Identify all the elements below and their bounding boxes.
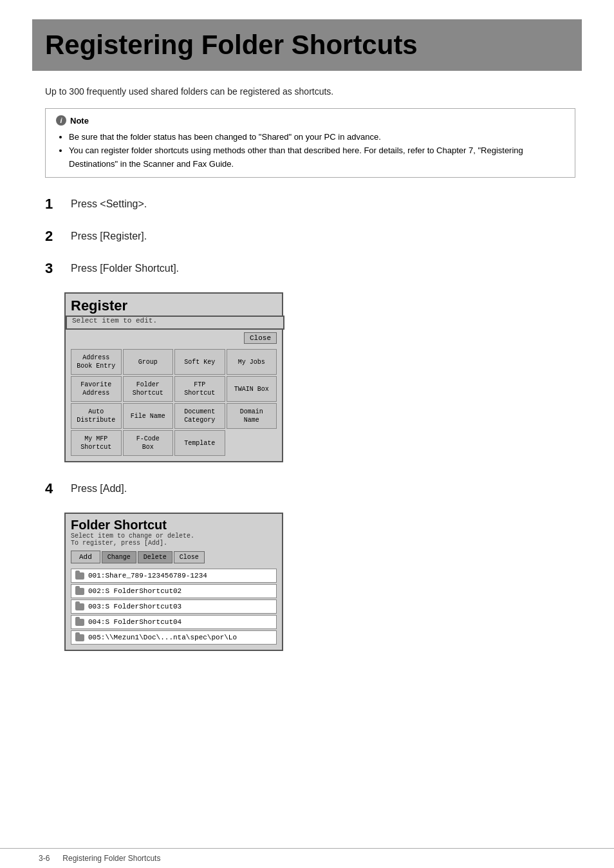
folder-icon-3 <box>75 603 84 610</box>
folder-add-button[interactable]: Add <box>71 551 100 563</box>
step-3: 3 Press [Folder Shortcut]. <box>45 260 575 277</box>
folder-list-item-4[interactable]: 004:S FolderShortcut04 <box>71 615 277 629</box>
register-close-button[interactable]: Close <box>244 332 277 344</box>
footer: 3-6 Registering Folder Shortcuts <box>0 848 614 868</box>
note-item-2: You can register folder shortcuts using … <box>69 144 564 171</box>
folder-item-text-5: 005:\\Mezun1\Doc\...nta\spec\por\Lo <box>88 634 237 641</box>
note-header: i Note <box>56 115 564 126</box>
grid-auto-distribute[interactable]: AutoDistribute <box>71 403 122 429</box>
grid-soft-key[interactable]: Soft Key <box>174 349 225 375</box>
folder-dialog: Folder Shortcut Select item to change or… <box>64 513 283 651</box>
folder-icon-5 <box>75 634 84 641</box>
grid-address-book-entry[interactable]: AddressBook Entry <box>71 349 122 375</box>
note-icon: i <box>56 115 66 126</box>
intro-text: Up to 300 frequently used shared folders… <box>45 86 575 97</box>
folder-delete-button[interactable]: Delete <box>138 551 172 563</box>
grid-my-jobs[interactable]: My Jobs <box>227 349 277 375</box>
folder-dialog-toolbar: Add Change Delete Close <box>66 548 282 566</box>
grid-group[interactable]: Group <box>123 349 174 375</box>
folder-list-item-5[interactable]: 005:\\Mezun1\Doc\...nta\spec\por\Lo <box>71 630 277 645</box>
folder-icon-4 <box>75 619 84 626</box>
folder-list-item-3[interactable]: 003:S FolderShortcut03 <box>71 599 277 614</box>
folder-close-button[interactable]: Close <box>174 551 205 563</box>
footer-page: 3-6 <box>39 854 50 863</box>
grid-ftp-shortcut[interactable]: FTPShortcut <box>174 376 225 402</box>
folder-dialog-title-area: Folder Shortcut Select item to change or… <box>66 514 282 548</box>
folder-item-text-2: 002:S FolderShortcut02 <box>88 587 181 595</box>
folder-list-item-2[interactable]: 002:S FolderShortcut02 <box>71 584 277 598</box>
folder-change-button[interactable]: Change <box>102 551 136 563</box>
step-1-number: 1 <box>45 196 60 212</box>
grid-my-mfp-shortcut[interactable]: My MFPShortcut <box>71 430 122 456</box>
folder-list: 001:Share_789-123456789-1234 002:S Folde… <box>66 566 282 650</box>
step-4-number: 4 <box>45 480 60 497</box>
folder-dialog-container: Folder Shortcut Select item to change or… <box>64 513 575 651</box>
step-4: 4 Press [Add]. <box>45 480 575 497</box>
page-container: Registering Folder Shortcuts Up to 300 f… <box>0 0 614 708</box>
step-3-number: 3 <box>45 260 60 277</box>
note-list: Be sure that the folder status has been … <box>56 131 564 171</box>
step-4-text: Press [Add]. <box>71 480 127 495</box>
step-2: 2 Press [Register]. <box>45 228 575 245</box>
register-dialog-title-area: Register <box>66 294 282 316</box>
note-box: i Note Be sure that the folder status ha… <box>45 108 575 178</box>
grid-file-name[interactable]: File Name <box>123 403 174 429</box>
folder-dialog-subtitle1: Select item to change or delete. <box>71 533 277 540</box>
folder-list-item-1[interactable]: 001:Share_789-123456789-1234 <box>71 569 277 583</box>
register-dialog-subtitle: Select item to edit. <box>66 316 284 330</box>
folder-item-text-3: 003:S FolderShortcut03 <box>88 603 181 610</box>
note-label: Note <box>70 116 89 126</box>
step-2-text: Press [Register]. <box>71 228 147 242</box>
step-3-text: Press [Folder Shortcut]. <box>71 260 179 274</box>
grid-favorite-address[interactable]: FavoriteAddress <box>71 376 122 402</box>
grid-domain-name[interactable]: DomainName <box>227 403 277 429</box>
step-1-text: Press <Setting>. <box>71 196 147 210</box>
register-dialog-close-row: Close <box>66 330 282 346</box>
grid-empty <box>227 430 277 456</box>
register-dialog-title: Register <box>71 297 277 314</box>
folder-icon-2 <box>75 588 84 595</box>
title-bar: Registering Folder Shortcuts <box>32 19 582 71</box>
folder-item-text-4: 004:S FolderShortcut04 <box>88 618 181 626</box>
footer-text: Registering Folder Shortcuts <box>62 854 160 863</box>
step-2-number: 2 <box>45 228 60 245</box>
note-item-1: Be sure that the folder status has been … <box>69 131 564 144</box>
step-1: 1 Press <Setting>. <box>45 196 575 212</box>
page-title: Registering Folder Shortcuts <box>45 30 569 61</box>
grid-document-category[interactable]: DocumentCategory <box>174 403 225 429</box>
grid-f-code-box[interactable]: F-CodeBox <box>123 430 174 456</box>
register-dialog: Register Select item to edit. Close Addr… <box>64 292 283 462</box>
grid-folder-shortcut[interactable]: FolderShortcut <box>123 376 174 402</box>
register-dialog-grid: AddressBook Entry Group Soft Key My Jobs… <box>66 346 282 461</box>
folder-icon-1 <box>75 572 84 580</box>
folder-item-text-1: 001:Share_789-123456789-1234 <box>88 572 207 580</box>
grid-template[interactable]: Template <box>174 430 225 456</box>
register-dialog-container: Register Select item to edit. Close Addr… <box>64 292 575 462</box>
grid-twain-box[interactable]: TWAIN Box <box>227 376 277 402</box>
folder-dialog-title: Folder Shortcut <box>71 518 277 533</box>
folder-dialog-subtitle2: To register, press [Add]. <box>71 540 277 547</box>
